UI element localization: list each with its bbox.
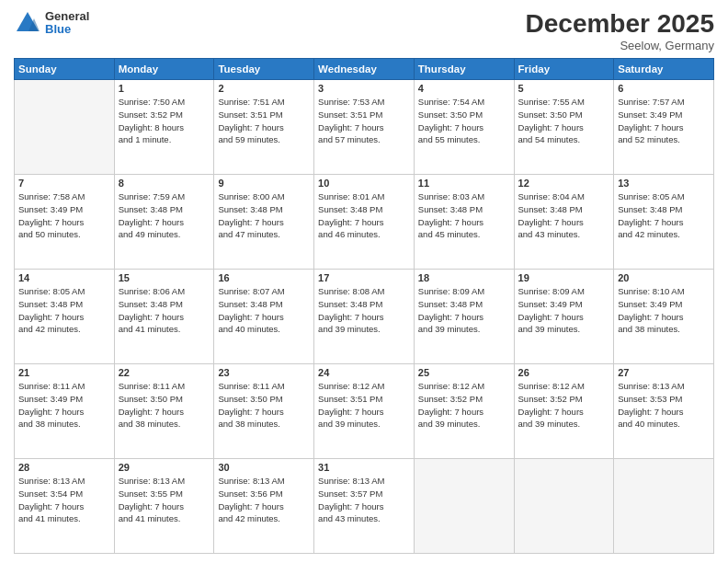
calendar-header-wednesday: Wednesday: [314, 59, 415, 80]
day-number: 7: [18, 178, 110, 189]
calendar-week-1: 1Sunrise: 7:50 AMSunset: 3:52 PMDaylight…: [15, 80, 714, 175]
day-info: Sunrise: 8:11 AMSunset: 3:50 PMDaylight:…: [218, 380, 310, 431]
calendar-cell: 30Sunrise: 8:13 AMSunset: 3:56 PMDayligh…: [214, 459, 314, 554]
calendar-cell: 12Sunrise: 8:04 AMSunset: 3:48 PMDayligh…: [514, 175, 614, 270]
calendar-cell: 24Sunrise: 8:12 AMSunset: 3:51 PMDayligh…: [314, 364, 415, 459]
calendar-cell: [414, 459, 514, 554]
day-number: 17: [318, 272, 410, 283]
day-info: Sunrise: 7:57 AMSunset: 3:49 PMDaylight:…: [618, 96, 710, 146]
day-info: Sunrise: 8:03 AMSunset: 3:48 PMDaylight:…: [418, 190, 510, 241]
day-number: 27: [618, 367, 710, 378]
day-number: 23: [218, 367, 310, 378]
day-info: Sunrise: 7:51 AMSunset: 3:51 PMDaylight:…: [218, 96, 310, 146]
calendar-header-sunday: Sunday: [15, 59, 115, 80]
logo-general: General: [45, 10, 89, 23]
calendar-cell: 17Sunrise: 8:08 AMSunset: 3:48 PMDayligh…: [314, 270, 415, 364]
calendar-header-friday: Friday: [514, 59, 614, 80]
day-number: 20: [618, 272, 710, 283]
calendar-cell: 25Sunrise: 8:12 AMSunset: 3:52 PMDayligh…: [414, 364, 514, 459]
month-title: December 2025: [526, 9, 714, 39]
day-number: 21: [18, 367, 110, 378]
day-info: Sunrise: 8:10 AMSunset: 3:49 PMDaylight:…: [618, 285, 710, 336]
calendar-cell: 23Sunrise: 8:11 AMSunset: 3:50 PMDayligh…: [214, 364, 314, 459]
day-info: Sunrise: 7:55 AMSunset: 3:50 PMDaylight:…: [518, 96, 610, 146]
day-number: 16: [218, 272, 310, 283]
day-number: 11: [418, 178, 510, 189]
day-number: 19: [518, 272, 610, 283]
calendar-cell: 28Sunrise: 8:13 AMSunset: 3:54 PMDayligh…: [15, 459, 115, 554]
calendar-cell: [614, 459, 714, 554]
day-info: Sunrise: 8:07 AMSunset: 3:48 PMDaylight:…: [218, 285, 310, 336]
calendar-cell: 5Sunrise: 7:55 AMSunset: 3:50 PMDaylight…: [514, 80, 614, 175]
calendar-header-thursday: Thursday: [414, 59, 514, 80]
calendar-cell: 15Sunrise: 8:06 AMSunset: 3:48 PMDayligh…: [114, 270, 214, 364]
calendar-cell: 1Sunrise: 7:50 AMSunset: 3:52 PMDaylight…: [114, 80, 214, 175]
day-info: Sunrise: 7:53 AMSunset: 3:51 PMDaylight:…: [318, 96, 410, 146]
calendar-table: SundayMondayTuesdayWednesdayThursdayFrid…: [14, 58, 714, 554]
day-info: Sunrise: 8:13 AMSunset: 3:55 PMDaylight:…: [119, 475, 210, 525]
calendar-cell: 31Sunrise: 8:13 AMSunset: 3:57 PMDayligh…: [314, 459, 415, 554]
calendar-cell: 9Sunrise: 8:00 AMSunset: 3:48 PMDaylight…: [214, 175, 314, 270]
calendar-week-3: 14Sunrise: 8:05 AMSunset: 3:48 PMDayligh…: [15, 270, 714, 364]
calendar-cell: 26Sunrise: 8:12 AMSunset: 3:52 PMDayligh…: [514, 364, 614, 459]
header: General Blue December 2025 Seelow, Germa…: [14, 9, 714, 52]
calendar-cell: 27Sunrise: 8:13 AMSunset: 3:53 PMDayligh…: [614, 364, 714, 459]
calendar-cell: 7Sunrise: 7:58 AMSunset: 3:49 PMDaylight…: [15, 175, 115, 270]
day-number: 25: [418, 367, 510, 378]
calendar-cell: 20Sunrise: 8:10 AMSunset: 3:49 PMDayligh…: [614, 270, 714, 364]
subtitle: Seelow, Germany: [526, 39, 714, 52]
calendar-cell: 2Sunrise: 7:51 AMSunset: 3:51 PMDaylight…: [214, 80, 314, 175]
day-number: 29: [119, 462, 210, 473]
day-info: Sunrise: 8:12 AMSunset: 3:52 PMDaylight:…: [418, 380, 510, 431]
day-number: 4: [418, 83, 510, 94]
logo-blue: Blue: [45, 23, 89, 36]
calendar-cell: 29Sunrise: 8:13 AMSunset: 3:55 PMDayligh…: [114, 459, 214, 554]
day-number: 1: [119, 83, 210, 94]
calendar-cell: 8Sunrise: 7:59 AMSunset: 3:48 PMDaylight…: [114, 175, 214, 270]
calendar-cell: 11Sunrise: 8:03 AMSunset: 3:48 PMDayligh…: [414, 175, 514, 270]
day-number: 12: [518, 178, 610, 189]
calendar-cell: 3Sunrise: 7:53 AMSunset: 3:51 PMDaylight…: [314, 80, 415, 175]
day-info: Sunrise: 8:06 AMSunset: 3:48 PMDaylight:…: [119, 285, 210, 336]
day-number: 8: [119, 178, 210, 189]
day-info: Sunrise: 8:13 AMSunset: 3:56 PMDaylight:…: [218, 475, 310, 525]
calendar-header-saturday: Saturday: [614, 59, 714, 80]
day-info: Sunrise: 8:01 AMSunset: 3:48 PMDaylight:…: [318, 190, 410, 241]
calendar-header-row: SundayMondayTuesdayWednesdayThursdayFrid…: [15, 59, 714, 80]
calendar-cell: 18Sunrise: 8:09 AMSunset: 3:48 PMDayligh…: [414, 270, 514, 364]
calendar-cell: 19Sunrise: 8:09 AMSunset: 3:49 PMDayligh…: [514, 270, 614, 364]
day-info: Sunrise: 8:13 AMSunset: 3:57 PMDaylight:…: [318, 475, 410, 525]
calendar-week-5: 28Sunrise: 8:13 AMSunset: 3:54 PMDayligh…: [15, 459, 714, 554]
day-number: 31: [318, 462, 410, 473]
calendar-cell: 4Sunrise: 7:54 AMSunset: 3:50 PMDaylight…: [414, 80, 514, 175]
day-info: Sunrise: 8:09 AMSunset: 3:48 PMDaylight:…: [418, 285, 510, 336]
day-number: 9: [218, 178, 310, 189]
calendar-cell: 13Sunrise: 8:05 AMSunset: 3:48 PMDayligh…: [614, 175, 714, 270]
day-number: 26: [518, 367, 610, 378]
logo-icon: [14, 9, 41, 37]
logo-text: General Blue: [45, 10, 89, 37]
calendar-cell: [514, 459, 614, 554]
day-info: Sunrise: 8:05 AMSunset: 3:48 PMDaylight:…: [18, 285, 110, 336]
calendar-cell: 16Sunrise: 8:07 AMSunset: 3:48 PMDayligh…: [214, 270, 314, 364]
day-number: 14: [18, 272, 110, 283]
day-info: Sunrise: 8:13 AMSunset: 3:53 PMDaylight:…: [618, 380, 710, 431]
calendar-week-2: 7Sunrise: 7:58 AMSunset: 3:49 PMDaylight…: [15, 175, 714, 270]
day-number: 13: [618, 178, 710, 189]
day-number: 5: [518, 83, 610, 94]
day-number: 6: [618, 83, 710, 94]
day-number: 15: [119, 272, 210, 283]
calendar-cell: 6Sunrise: 7:57 AMSunset: 3:49 PMDaylight…: [614, 80, 714, 175]
day-info: Sunrise: 8:08 AMSunset: 3:48 PMDaylight:…: [318, 285, 410, 336]
calendar-cell: [15, 80, 115, 175]
day-number: 30: [218, 462, 310, 473]
day-info: Sunrise: 8:05 AMSunset: 3:48 PMDaylight:…: [618, 190, 710, 241]
day-number: 22: [119, 367, 210, 378]
page: General Blue December 2025 Seelow, Germa…: [0, 0, 728, 563]
day-number: 10: [318, 178, 410, 189]
day-info: Sunrise: 7:54 AMSunset: 3:50 PMDaylight:…: [418, 96, 510, 146]
day-info: Sunrise: 8:13 AMSunset: 3:54 PMDaylight:…: [18, 475, 110, 525]
day-info: Sunrise: 8:12 AMSunset: 3:51 PMDaylight:…: [318, 380, 410, 431]
calendar-week-4: 21Sunrise: 8:11 AMSunset: 3:49 PMDayligh…: [15, 364, 714, 459]
title-area: December 2025 Seelow, Germany: [526, 9, 714, 52]
